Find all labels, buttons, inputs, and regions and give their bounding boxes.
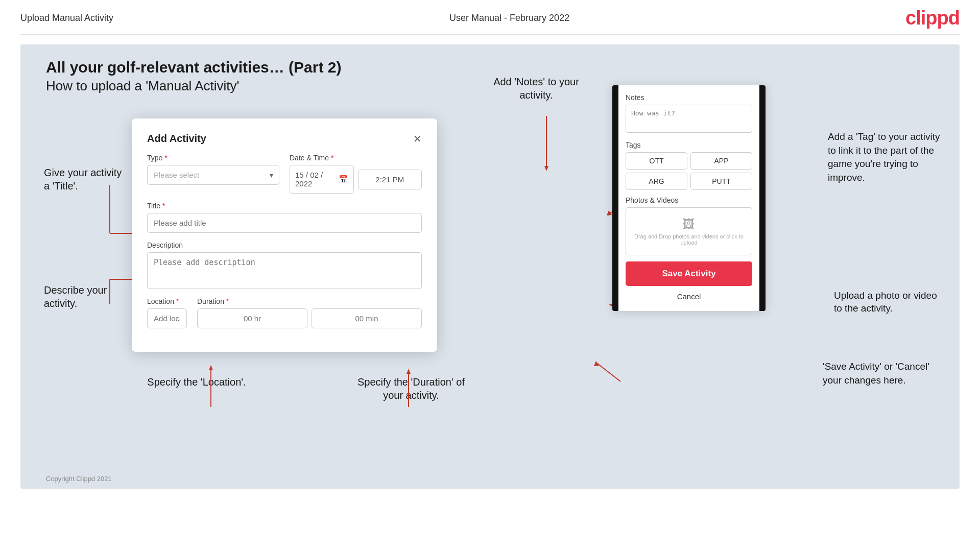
photo-drop-zone[interactable]: 🖼 Drag and Drop photos and videos or cli… xyxy=(626,207,752,255)
time-input[interactable]: 2:21 PM xyxy=(358,170,422,189)
svg-line-23 xyxy=(597,364,620,381)
notes-section-label: Notes xyxy=(626,93,752,102)
tag-putt[interactable]: PUTT xyxy=(690,173,752,190)
title-input[interactable] xyxy=(147,213,422,233)
svg-marker-18 xyxy=(544,166,548,171)
tags-grid: OTT APP ARG PUTT xyxy=(626,152,752,190)
type-label: Type * xyxy=(147,154,279,162)
add-activity-modal: Add Activity ✕ Type * Please select ▾ Da… xyxy=(132,118,437,352)
annotation-location: Specify the 'Location'. xyxy=(146,375,248,389)
save-activity-button[interactable]: Save Activity xyxy=(626,261,752,286)
description-label: Description xyxy=(147,241,422,249)
type-datetime-row: Type * Please select ▾ Date & Time * 15 … xyxy=(147,154,422,194)
location-duration-row: Location * Duration * xyxy=(147,297,422,328)
notes-textarea[interactable] xyxy=(626,105,752,133)
annotation-upload: Upload a photo or video to the activity. xyxy=(834,290,945,315)
date-input[interactable]: 15 / 02 / 2022 📅 xyxy=(290,165,354,194)
modal-header: Add Activity ✕ xyxy=(147,133,422,145)
title-label: Title * xyxy=(147,202,422,210)
title-group: Title * xyxy=(147,202,422,233)
tag-arg[interactable]: ARG xyxy=(626,173,687,190)
annotation-tag: Add a 'Tag' to your activity to link it … xyxy=(828,130,945,184)
annotation-give-title: Give your activity a 'Title'. xyxy=(44,166,128,193)
page-breadcrumb: Upload Manual Activity xyxy=(20,13,113,23)
page-subtitle: How to upload a 'Manual Activity' xyxy=(46,78,341,94)
copyright: Copyright Clippd 2021 xyxy=(46,475,112,483)
type-select-wrapper: Please select ▾ xyxy=(147,165,279,185)
svg-marker-24 xyxy=(594,361,599,366)
logo-text: clippd xyxy=(905,7,960,29)
datetime-label: Date & Time * xyxy=(290,154,422,162)
phone-panel: Notes Tags OTT APP ARG PUTT Photos & Vid… xyxy=(612,85,766,311)
annotation-duration: Specify the 'Duration' of your activity. xyxy=(347,375,475,402)
location-group: Location * xyxy=(147,297,187,328)
manual-title: User Manual - February 2022 xyxy=(449,13,569,23)
duration-hr-input[interactable] xyxy=(197,308,307,328)
annotation-describe: Describe your activity. xyxy=(44,283,126,310)
type-select[interactable]: Please select xyxy=(147,165,279,185)
photos-section: Photos & Videos 🖼 Drag and Drop photos a… xyxy=(626,196,752,255)
page-title-section: All your golf-relevant activities… (Part… xyxy=(46,59,341,94)
tags-section: Tags OTT APP ARG PUTT xyxy=(626,141,752,190)
location-label: Location * xyxy=(147,297,187,305)
tag-app[interactable]: APP xyxy=(690,152,752,170)
datetime-group: Date & Time * 15 / 02 / 2022 📅 2:21 PM xyxy=(290,154,422,194)
datetime-wrapper: 15 / 02 / 2022 📅 2:21 PM xyxy=(290,165,422,194)
duration-min-input[interactable] xyxy=(312,308,422,328)
phone-inner: Notes Tags OTT APP ARG PUTT Photos & Vid… xyxy=(618,85,759,311)
modal-close-button[interactable]: ✕ xyxy=(413,134,422,144)
location-input[interactable] xyxy=(147,308,187,328)
svg-marker-16 xyxy=(407,369,411,374)
type-group: Type * Please select ▾ xyxy=(147,154,279,194)
duration-label: Duration * xyxy=(197,297,422,305)
description-textarea[interactable] xyxy=(147,252,422,289)
calendar-icon: 📅 xyxy=(339,175,348,184)
annotation-notes: Add 'Notes' to your activity. xyxy=(480,75,592,102)
header-divider xyxy=(20,34,960,35)
svg-marker-20 xyxy=(607,210,612,215)
description-group: Description xyxy=(147,241,422,289)
svg-marker-14 xyxy=(209,365,213,370)
tag-ott[interactable]: OTT xyxy=(626,152,687,170)
modal-title: Add Activity xyxy=(147,133,206,145)
photo-icon: 🖼 xyxy=(631,217,747,231)
duration-group: Duration * xyxy=(197,297,422,328)
photos-label: Photos & Videos xyxy=(626,196,752,204)
cancel-button[interactable]: Cancel xyxy=(626,290,752,303)
top-bar: Upload Manual Activity User Manual - Feb… xyxy=(0,0,980,34)
annotation-save: 'Save Activity' or 'Cancel' your changes… xyxy=(823,360,945,387)
logo: clippd xyxy=(905,7,960,29)
page-title: All your golf-relevant activities… (Part… xyxy=(46,59,341,76)
tags-label: Tags xyxy=(626,141,752,149)
duration-wrapper xyxy=(197,308,422,328)
main-content: All your golf-relevant activities… (Part… xyxy=(20,44,960,489)
